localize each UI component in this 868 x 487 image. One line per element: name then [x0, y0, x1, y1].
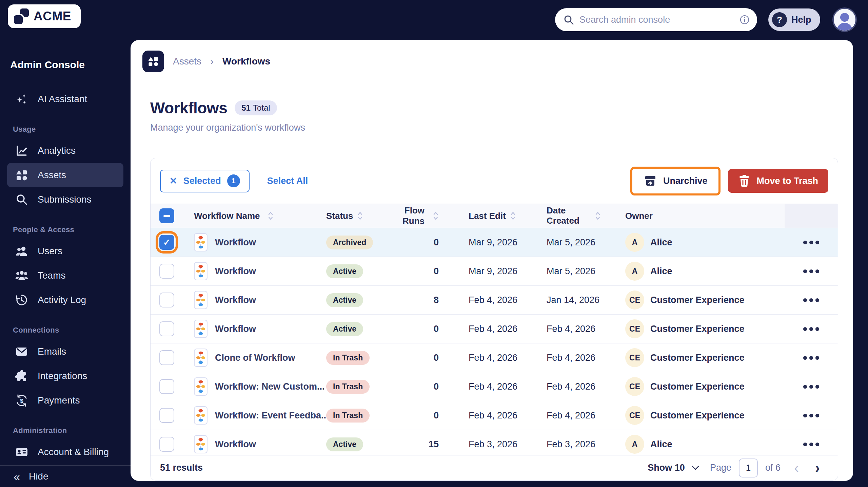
column-header-actions — [785, 204, 838, 228]
row-actions-menu[interactable] — [785, 343, 838, 372]
flow-runs-value: 15 — [401, 430, 456, 455]
search-input[interactable] — [579, 15, 734, 25]
table-body: ✓ Workflow Archived 0 Mar 9, 2026 Mar 5,… — [151, 228, 838, 455]
sidebar-item-users[interactable]: Users — [7, 239, 123, 263]
next-page-button[interactable]: › — [812, 461, 823, 475]
row-actions-menu[interactable] — [785, 430, 838, 455]
row-actions-menu[interactable] — [785, 286, 838, 314]
sidebar-item-ai-assistant[interactable]: AI Assistant — [7, 87, 123, 111]
row-checkbox[interactable] — [159, 293, 174, 307]
select-all-button[interactable]: Select All — [267, 176, 308, 186]
table-row[interactable]: Workflow Active 0 Feb 4, 2026 Feb 4, 202… — [151, 315, 838, 343]
integrations-icon — [15, 369, 29, 383]
row-actions-menu[interactable] — [785, 372, 838, 401]
payments-icon: $ — [15, 393, 29, 408]
collapse-icon: « — [14, 471, 20, 482]
workflow-icon — [194, 377, 208, 396]
row-checkbox[interactable] — [159, 437, 174, 452]
workflow-name: Workflow — [215, 237, 256, 248]
clear-selection-button[interactable]: ✕ Selected 1 — [160, 170, 250, 192]
column-header-flow-runs[interactable]: Flow Runs — [401, 204, 456, 228]
archive-box-icon — [644, 174, 657, 188]
flow-runs-value: 0 — [401, 343, 456, 372]
sidebar-item-submissions[interactable]: Submissions — [7, 187, 123, 212]
date-created-value: Mar 5, 2026 — [537, 257, 622, 285]
main-content: Assets › Workflows Workflows 51Total Man… — [131, 40, 853, 481]
row-actions-menu[interactable] — [785, 257, 838, 285]
table-row[interactable]: Workflow: New Custom... In Trash 0 Feb 4… — [151, 372, 838, 401]
sidebar-item-payments[interactable]: $ Payments — [7, 388, 123, 413]
row-actions-menu[interactable] — [785, 315, 838, 343]
info-icon[interactable] — [739, 15, 750, 25]
status-badge: In Trash — [326, 380, 370, 394]
account-billing-icon — [15, 445, 29, 459]
owner-avatar: CE — [625, 291, 644, 310]
workflow-icon — [194, 349, 208, 367]
sidebar-item-activity-log[interactable]: Activity Log — [7, 288, 123, 312]
table-row[interactable]: Clone of Workflow In Trash 0 Feb 4, 2026… — [151, 343, 838, 372]
row-checkbox[interactable] — [159, 408, 174, 423]
last-edit-value: Feb 4, 2026 — [456, 286, 537, 314]
row-checkbox[interactable]: ✓ — [159, 235, 174, 250]
sidebar-hide-button[interactable]: « Hide — [0, 465, 131, 487]
column-header-owner[interactable]: Owner — [622, 204, 785, 228]
owner-avatar: CE — [625, 406, 644, 425]
row-checkbox[interactable] — [159, 321, 174, 336]
column-header-status[interactable]: Status — [323, 204, 401, 228]
column-header-last-edit[interactable]: Last Edit — [456, 204, 537, 228]
workflow-name: Workflow — [215, 324, 256, 334]
owner-name: Customer Experience — [650, 381, 745, 392]
select-all-checkbox[interactable] — [151, 204, 191, 228]
page-subtitle: Manage your organization's workflows — [150, 123, 853, 133]
workflow-icon — [194, 435, 208, 453]
acme-logo[interactable]: ACME — [8, 4, 81, 28]
date-created-value: Feb 4, 2026 — [537, 372, 622, 401]
sidebar-item-teams[interactable]: Teams — [7, 263, 123, 288]
row-actions-menu[interactable] — [785, 401, 838, 430]
total-count-badge: 51Total — [235, 100, 277, 115]
owner-name: Customer Experience — [650, 324, 745, 334]
table-row[interactable]: Workflow Active 0 Mar 9, 2026 Mar 5, 202… — [151, 257, 838, 286]
table-row[interactable]: Workflow Active 15 Feb 3, 2026 Feb 3, 20… — [151, 430, 838, 455]
sidebar-item-account-billing[interactable]: Account & Billing — [7, 440, 123, 464]
owner-avatar: A — [625, 233, 644, 252]
help-button[interactable]: ? Help — [768, 8, 820, 31]
previous-page-button[interactable]: ‹ — [791, 461, 802, 475]
table-row[interactable]: Workflow Active 8 Feb 4, 2026 Jan 14, 20… — [151, 286, 838, 315]
brand-name: ACME — [34, 9, 71, 23]
move-to-trash-button[interactable]: Move to Trash — [728, 169, 828, 193]
breadcrumb-current: Workflows — [222, 56, 270, 67]
sidebar-item-assets[interactable]: Assets — [7, 163, 123, 187]
breadcrumb-assets-link[interactable]: Assets — [173, 56, 201, 67]
row-actions-menu[interactable] — [785, 228, 838, 257]
sidebar-item-integrations[interactable]: Integrations — [7, 364, 123, 388]
owner-name: Customer Experience — [650, 410, 745, 421]
user-avatar[interactable] — [832, 7, 857, 32]
sidebar-sections: Usage Analytics Assets Submissions Peopl… — [0, 125, 131, 464]
row-checkbox[interactable] — [159, 264, 174, 279]
sidebar-item-analytics[interactable]: Analytics — [7, 138, 123, 163]
sidebar-item-emails[interactable]: Emails — [7, 339, 123, 364]
last-edit-value: Mar 9, 2026 — [456, 228, 537, 257]
ellipsis-icon — [803, 269, 819, 273]
sort-icon — [510, 211, 516, 221]
ellipsis-icon — [803, 241, 819, 244]
page-number-input[interactable] — [739, 458, 758, 477]
column-header-workflow-name[interactable]: Workflow Name — [191, 204, 323, 228]
selected-count-badge: 1 — [227, 174, 240, 187]
ellipsis-icon — [803, 298, 819, 302]
page-size-select[interactable]: Show 10 — [648, 463, 699, 473]
unarchive-button[interactable]: Unarchive — [633, 170, 718, 192]
table-row[interactable]: Workflow: Event Feedba... In Trash 0 Feb… — [151, 401, 838, 430]
sort-icon — [357, 211, 363, 221]
owner-avatar: CE — [625, 348, 644, 367]
status-badge: Active — [326, 322, 363, 336]
table-header: Workflow Name Status Flow Runs Last Edit… — [151, 204, 838, 228]
users-icon — [15, 244, 29, 258]
status-badge: Archived — [326, 236, 373, 249]
column-header-date-created[interactable]: Date Created — [537, 204, 622, 228]
submissions-icon — [15, 192, 29, 207]
row-checkbox[interactable] — [159, 379, 174, 394]
row-checkbox[interactable] — [159, 350, 174, 365]
table-row[interactable]: ✓ Workflow Archived 0 Mar 9, 2026 Mar 5,… — [151, 228, 838, 257]
